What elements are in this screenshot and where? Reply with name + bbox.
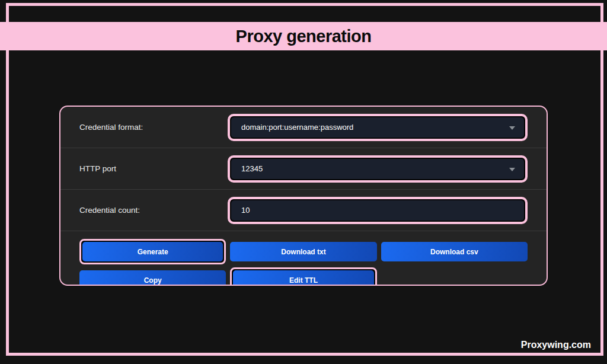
chevron-down-icon <box>509 126 515 130</box>
generate-button-highlight: Generate <box>79 239 226 264</box>
credential-format-row: Credential format: domain:port:username:… <box>60 107 547 148</box>
credential-count-input[interactable]: 10 <box>231 200 524 221</box>
http-port-row: HTTP port 12345 <box>60 148 547 190</box>
credential-format-value: domain:port:username:password <box>241 123 353 132</box>
download-txt-button[interactable]: Download txt <box>230 242 376 261</box>
http-port-label: HTTP port <box>79 164 228 173</box>
http-port-highlight: 12345 <box>228 155 528 183</box>
actions-button-grid: Generate Download txt Download csv Copy … <box>60 231 547 286</box>
chevron-down-icon <box>509 168 515 171</box>
proxywing-brand: Proxywing.com <box>521 340 591 350</box>
credential-count-label: Credential count: <box>79 206 228 215</box>
http-port-value: 12345 <box>241 164 263 173</box>
credential-format-label: Credential format: <box>79 123 228 132</box>
page-title: Proxy generation <box>236 27 372 46</box>
copy-button[interactable]: Copy <box>79 270 226 286</box>
title-banner: Proxy generation <box>0 22 607 50</box>
credential-count-highlight: 10 <box>228 197 528 224</box>
edit-ttl-button-highlight: Edit TTL <box>230 267 376 286</box>
edit-ttl-button[interactable]: Edit TTL <box>233 270 373 286</box>
download-csv-button[interactable]: Download csv <box>381 242 528 261</box>
proxy-generation-panel: Credential format: domain:port:username:… <box>59 106 548 286</box>
credential-format-select[interactable]: domain:port:username:password <box>231 117 524 138</box>
credential-format-highlight: domain:port:username:password <box>228 114 528 141</box>
http-port-select[interactable]: 12345 <box>231 159 524 179</box>
generate-button[interactable]: Generate <box>82 242 223 261</box>
credential-count-row: Credential count: 10 <box>60 190 547 231</box>
credential-count-value: 10 <box>241 206 250 215</box>
